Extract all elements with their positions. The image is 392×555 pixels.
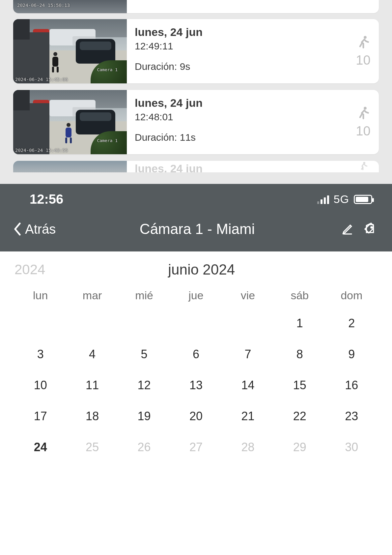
calendar-day[interactable]: 24 xyxy=(14,438,66,457)
thumb-camera-label: Camera 1 xyxy=(97,138,118,143)
clip-card[interactable]: Camera 12024-06-24 15:43:55lunes, 24 jun… xyxy=(13,90,379,154)
back-label: Atrás xyxy=(25,222,56,237)
app-header: 12:56 5G Atrás Cámara 1 - Miami xyxy=(0,184,392,251)
back-button[interactable]: Atrás xyxy=(13,222,56,237)
calendar-day[interactable]: 10 xyxy=(14,376,66,395)
calendar-day[interactable]: 21 xyxy=(222,407,274,426)
clip-card-partial-bottom[interactable]: lunes, 24 jun xyxy=(13,161,379,172)
clip-thumbnail[interactable]: Camera 12024-06-24 15:43:55 xyxy=(13,90,127,154)
clip-info: lunes, 24 jun12:49:11Duración: 9s xyxy=(127,19,348,83)
calendar-dow: vie xyxy=(222,289,274,302)
network-label: 5G xyxy=(334,193,349,206)
edit-button[interactable] xyxy=(339,222,356,236)
motion-count: 10 xyxy=(356,53,371,68)
clip-duration: Duración: 11s xyxy=(135,132,340,143)
calendar-day[interactable]: 5 xyxy=(118,345,170,364)
clip-time: 12:48:01 xyxy=(135,111,340,123)
battery-icon xyxy=(354,195,372,204)
calendar-day[interactable]: 11 xyxy=(66,376,118,395)
calendar-day[interactable]: 23 xyxy=(326,407,378,426)
calendar-day[interactable]: 19 xyxy=(118,407,170,426)
clip-list: Camera 12024-06-24 15:45:06lunes, 24 jun… xyxy=(0,19,392,154)
svg-point-1 xyxy=(364,107,367,110)
clip-info: lunes, 24 jun12:48:01Duración: 11s xyxy=(127,90,348,154)
calendar-dow: jue xyxy=(170,289,222,302)
motion-icon xyxy=(356,106,371,122)
calendar-day[interactable]: 1 xyxy=(274,314,325,333)
thumb-timestamp: 2024-06-24 15:50:13 xyxy=(17,3,70,8)
calendar-day[interactable]: 13 xyxy=(170,376,222,395)
tag-button[interactable] xyxy=(361,222,379,236)
calendar-day[interactable]: 14 xyxy=(222,376,274,395)
calendar-dow: lun xyxy=(14,289,66,302)
calendar-day: 30 xyxy=(326,438,378,457)
calendar-dow: mar xyxy=(66,289,118,302)
calendar-day[interactable]: 7 xyxy=(222,345,274,364)
calendar-day[interactable]: 16 xyxy=(326,376,378,395)
calendar-day: 26 xyxy=(118,438,170,457)
calendar-day[interactable]: 22 xyxy=(274,407,325,426)
clip-date: lunes, 24 jun xyxy=(127,161,348,172)
calendar: 2024 junio 2024 lunmarmiéjueviesábdom123… xyxy=(0,251,392,555)
clip-thumbnail[interactable]: Camera 12024-06-24 15:45:06 xyxy=(13,19,127,83)
camera-detail-panel: 12:56 5G Atrás Cámara 1 - Miami xyxy=(0,184,392,555)
signal-icon xyxy=(317,195,329,204)
motion-icon xyxy=(348,161,379,172)
calendar-day[interactable]: 15 xyxy=(274,376,325,395)
calendar-day: 25 xyxy=(66,438,118,457)
page-title: Cámara 1 - Miami xyxy=(60,221,334,237)
calendar-day[interactable]: 20 xyxy=(170,407,222,426)
clip-card-partial-top[interactable]: 2024-06-24 15:50:13 xyxy=(13,0,379,13)
clip-duration: Duración: 9s xyxy=(135,61,340,72)
calendar-dow: sáb xyxy=(274,289,325,302)
calendar-dow: dom xyxy=(326,289,378,302)
thumb-camera-label: Camera 1 xyxy=(97,67,118,72)
calendar-day[interactable]: 17 xyxy=(14,407,66,426)
calendar-day: 29 xyxy=(274,438,325,457)
calendar-day[interactable]: 4 xyxy=(66,345,118,364)
calendar-day[interactable]: 6 xyxy=(170,345,222,364)
calendar-day[interactable]: 9 xyxy=(326,345,378,364)
calendar-day: 27 xyxy=(170,438,222,457)
svg-point-3 xyxy=(371,227,372,228)
clip-time: 12:49:11 xyxy=(135,41,340,52)
calendar-day: 28 xyxy=(222,438,274,457)
clip-date: lunes, 24 jun xyxy=(135,26,340,39)
calendar-dow: mié xyxy=(118,289,170,302)
motion-badge: 10 xyxy=(348,90,379,154)
status-bar: 12:56 5G xyxy=(0,184,392,207)
motion-count: 10 xyxy=(356,124,371,138)
svg-point-0 xyxy=(364,36,367,39)
status-time: 12:56 xyxy=(30,192,63,207)
calendar-day[interactable]: 12 xyxy=(118,376,170,395)
motion-icon xyxy=(356,35,371,51)
calendar-day[interactable]: 3 xyxy=(14,345,66,364)
clip-date: lunes, 24 jun xyxy=(135,97,340,109)
calendar-day[interactable]: 8 xyxy=(274,345,325,364)
calendar-day[interactable]: 2 xyxy=(326,314,378,333)
clip-card[interactable]: Camera 12024-06-24 15:45:06lunes, 24 jun… xyxy=(13,19,379,83)
calendar-month: junio 2024 xyxy=(25,261,378,278)
motion-badge: 10 xyxy=(348,19,379,83)
calendar-day[interactable]: 18 xyxy=(66,407,118,426)
thumb-timestamp: 2024-06-24 15:43:55 xyxy=(15,148,68,153)
thumb-timestamp: 2024-06-24 15:45:06 xyxy=(15,77,68,82)
